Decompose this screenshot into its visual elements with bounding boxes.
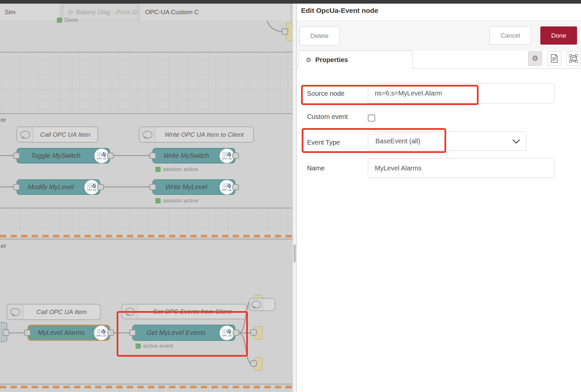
tab-properties[interactable]: ⚙ Properties bbox=[298, 51, 413, 69]
chevron-down-icon bbox=[513, 136, 520, 144]
comment-node-partial[interactable] bbox=[249, 298, 275, 311]
event-type-select[interactable]: BaseEvent (all) bbox=[368, 131, 526, 151]
gear-icon: ⚙ bbox=[306, 56, 311, 64]
event-type-value: BaseEvent (all) bbox=[375, 137, 420, 145]
comment-icon-cell bbox=[250, 299, 263, 310]
flow-tab-opcua-custom[interactable]: OPC-UA Custom C bbox=[140, 4, 291, 20]
panel-title: Edit OpcUa-Event node bbox=[301, 7, 378, 15]
edit-node-panel: Edit OpcUa-Event node Delete Cancel Done… bbox=[296, 0, 581, 392]
custom-event-label: Custom event bbox=[307, 113, 348, 121]
source-node-input[interactable] bbox=[368, 83, 555, 103]
browser-top-strip bbox=[0, 0, 581, 4]
scrollbar-thumb[interactable] bbox=[293, 244, 296, 263]
button-strip bbox=[297, 21, 581, 51]
appearance-icon bbox=[569, 54, 578, 63]
wire-layer bbox=[0, 0, 292, 392]
status-text: Done bbox=[64, 17, 78, 23]
edit-properties-button[interactable]: ⚙ bbox=[528, 51, 542, 66]
tab-label: Properties bbox=[315, 56, 348, 64]
cancel-button[interactable]: Cancel bbox=[489, 26, 531, 45]
tab-label: Sim bbox=[5, 9, 16, 16]
delete-button[interactable]: Delete bbox=[299, 26, 339, 45]
name-label: Name bbox=[307, 164, 325, 172]
tab-label: OPC-UA Custom C bbox=[145, 9, 199, 16]
event-type-label: Event Type bbox=[307, 139, 340, 146]
flow-workspace[interactable]: er er Done Call OPC UA Item Write OPC UA… bbox=[0, 0, 292, 392]
edit-appearance-button[interactable] bbox=[566, 51, 580, 66]
workspace-scrollbar[interactable] bbox=[292, 0, 296, 392]
done-button[interactable]: Done bbox=[540, 26, 577, 45]
document-icon bbox=[551, 54, 558, 63]
node-status-done: Done bbox=[57, 17, 78, 23]
gear-icon: ⚙ bbox=[532, 54, 538, 63]
edit-description-button[interactable] bbox=[547, 51, 561, 66]
speech-bubble-icon bbox=[251, 301, 261, 308]
source-node-label: Source node bbox=[307, 90, 344, 97]
flow-tab-bar: Sim ⊘ Battery Diag - Prius Gen 4 OPC-UA … bbox=[0, 4, 292, 20]
flow-tab-sim[interactable]: Sim bbox=[0, 4, 60, 20]
name-input[interactable] bbox=[368, 158, 555, 178]
wire[interactable] bbox=[239, 333, 251, 363]
disabled-icon: ⊘ bbox=[68, 8, 73, 16]
status-dot-icon bbox=[57, 18, 62, 23]
tab-label: Battery Diag - Prius Gen 4 bbox=[76, 9, 138, 16]
custom-event-checkbox[interactable] bbox=[368, 115, 375, 122]
